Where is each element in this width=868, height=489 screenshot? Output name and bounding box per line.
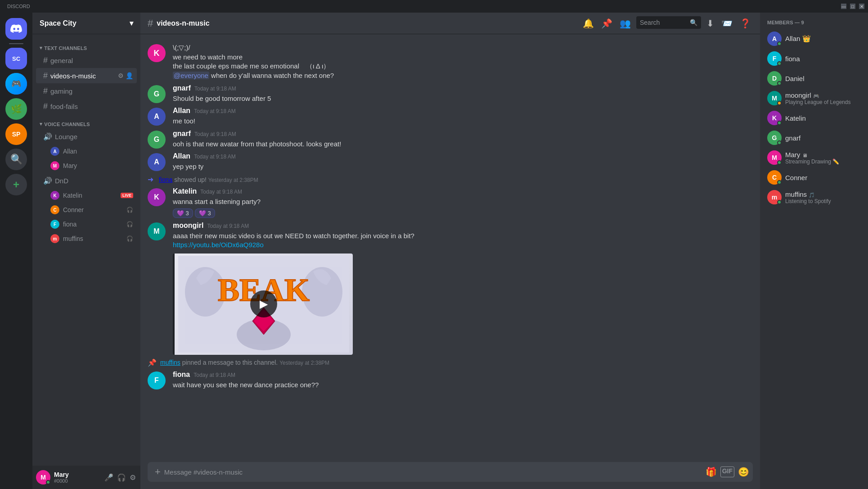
message-author-fiona: fiona: [173, 371, 190, 379]
avatar-gnarf-2: G: [148, 131, 166, 149]
attach-button[interactable]: +: [155, 466, 161, 478]
chat-header: # videos-n-music 🔔 📌 👥 🔍 ⬇ 📨 ❓: [140, 13, 760, 34]
reaction-heart-2[interactable]: 💜 3: [195, 208, 215, 218]
message-author-gnarf-2: gnarf: [173, 130, 191, 138]
member-item-moongirl[interactable]: M moongirl 🎮 Playing League of Legends: [764, 88, 864, 108]
member-item-conner[interactable]: C Conner: [764, 168, 864, 187]
reaction-heart-1[interactable]: 💜 3: [173, 208, 193, 218]
channel-sidebar: Space City ▾ ▾ TEXT CHANNELS # general #…: [32, 13, 140, 489]
server-name: Space City: [40, 19, 76, 27]
voice-member-fiona[interactable]: F fiona 🎧: [36, 217, 137, 231]
youtube-link[interactable]: https://youtu.be/OiDx6aQ928o: [173, 241, 264, 249]
gif-button[interactable]: GIF: [720, 466, 734, 477]
member-info-katelin: Katelin: [785, 114, 861, 122]
message-input[interactable]: [164, 468, 702, 476]
channel-videos-n-music[interactable]: # videos-n-music ⚙ 👤: [36, 68, 137, 83]
voice-channel-lounge[interactable]: 🔊 Lounge: [36, 129, 137, 144]
channel-gaming[interactable]: # gaming: [36, 83, 137, 99]
emoji-button[interactable]: 😊: [738, 466, 749, 477]
current-user-info: Mary #0000: [54, 471, 100, 484]
message-content-prev: \(;▽;)/ we need to watch more the last c…: [173, 43, 753, 81]
message-content-katelin: Katelin Today at 9:18 AM wanna start a l…: [173, 187, 753, 218]
member-item-gnarf[interactable]: G gnarf: [764, 128, 864, 148]
server-icon-4[interactable]: SP: [5, 123, 27, 145]
channel-hash-header: #: [148, 18, 153, 29]
minimize-button[interactable]: —: [841, 4, 846, 9]
voice-channels-header[interactable]: ▾ VOICE CHANNELS: [32, 114, 140, 129]
member-item-mary[interactable]: M Mary 🖥 Streaming Drawing ✏️: [764, 148, 864, 168]
search-box[interactable]: 🔍: [636, 16, 701, 29]
live-badge: LIVE: [121, 193, 133, 198]
server-icon-2[interactable]: 🎮: [5, 73, 27, 95]
fiona-link-system[interactable]: fiona: [159, 176, 172, 183]
message-text-fiona: wait have you see the new dance practice…: [173, 380, 753, 390]
member-item-daniel[interactable]: D Daniel: [764, 68, 864, 88]
channel-food-fails[interactable]: # food-fails: [36, 99, 137, 114]
voice-member-muffins[interactable]: m muffins 🎧: [36, 231, 137, 246]
pinned-action-text: pinned a message to this channel.: [182, 359, 279, 366]
member-avatar-wrap-gnarf: G: [767, 131, 782, 145]
pinned-messages-icon[interactable]: 📌: [599, 16, 614, 31]
message-group-allan-2: A Allan Today at 9:18 AM yep yep ty: [140, 150, 760, 173]
voice-member-conner[interactable]: C Conner 🎧: [36, 203, 137, 217]
voice-member-allan[interactable]: A Allan: [36, 144, 137, 158]
video-embed: BEAK ▶: [173, 254, 353, 355]
server-icon-space-city[interactable]: SC: [5, 48, 27, 69]
voice-channel-dnd[interactable]: 🔊 DnD: [36, 173, 137, 188]
member-status-fiona: [777, 61, 782, 66]
muffins-voice-avatar: m: [50, 234, 59, 243]
add-server-button[interactable]: +: [5, 174, 27, 195]
text-channels-header[interactable]: ▾ TEXT CHANNELS: [32, 38, 140, 53]
gift-icon[interactable]: 🎁: [706, 466, 717, 477]
channel-gaming-name: gaming: [50, 87, 133, 95]
avatar-moongirl: M: [148, 222, 166, 240]
member-list-icon[interactable]: 👥: [618, 16, 633, 31]
notifications-icon[interactable]: 🔔: [581, 16, 596, 31]
channel-general[interactable]: # general: [36, 53, 137, 68]
message-author-moongirl: moongirl: [173, 222, 203, 230]
discord-home-icon[interactable]: [5, 18, 27, 40]
server-icon-3[interactable]: 🌿: [5, 98, 27, 120]
channel-add-member-icon[interactable]: 👤: [126, 72, 133, 79]
speaker-icon-dnd: 🔊: [43, 177, 52, 185]
message-input-area: + 🎁 GIF 😊: [140, 462, 760, 489]
message-header-gnarf-1: gnarf Today at 9:18 AM: [173, 84, 753, 92]
app-name: DISCORD: [4, 4, 30, 9]
maximize-button[interactable]: □: [850, 4, 855, 9]
voice-member-mary[interactable]: M Mary: [36, 158, 137, 173]
message-timestamp-katelin: Today at 9:18 AM: [200, 189, 242, 195]
katelin-voice-name: Katelin: [63, 192, 117, 199]
member-item-allan[interactable]: A Allan 👑: [764, 29, 864, 49]
server-header[interactable]: Space City ▾: [32, 13, 140, 34]
headphones-icon-muffins: 🎧: [126, 235, 133, 242]
channel-settings-icon[interactable]: ⚙: [118, 72, 124, 79]
download-icon[interactable]: ⬇: [705, 16, 716, 31]
deafen-button[interactable]: 🎧: [116, 472, 127, 483]
system-message-fiona-joined: ➜ fiona showed up! Yesterday at 2:38PM: [140, 173, 760, 186]
headphones-icon-fiona: 🎧: [126, 221, 133, 227]
search-input[interactable]: [640, 19, 688, 26]
user-controls: 🎤 🎧 ⚙: [103, 472, 137, 483]
current-user-avatar-wrap: M: [36, 470, 50, 484]
user-settings-button[interactable]: ⚙: [129, 472, 137, 483]
member-item-muffins[interactable]: m muffins 🎵 Listening to Spotify: [764, 187, 864, 207]
mute-button[interactable]: 🎤: [103, 472, 114, 483]
muffins-link-pin[interactable]: muffins: [160, 359, 180, 366]
member-info-gnarf: gnarf: [785, 134, 861, 142]
channel-hash-icon: #: [43, 86, 48, 96]
member-item-fiona[interactable]: F fiona: [764, 49, 864, 68]
member-name-conner: Conner: [785, 174, 861, 181]
help-icon[interactable]: ❓: [738, 16, 753, 31]
video-thumbnail[interactable]: BEAK ▶: [175, 254, 353, 355]
close-button[interactable]: ✕: [859, 4, 864, 9]
message-text-prev: \(;▽;)/ we need to watch more the last c…: [173, 43, 753, 81]
message-text-moongirl: aaaa their new music video is out we NEE…: [173, 231, 753, 250]
avatar-allan-1: A: [148, 108, 166, 126]
voice-member-katelin[interactable]: K Katelin LIVE: [36, 188, 137, 203]
play-button[interactable]: ▶: [250, 290, 277, 317]
message-timestamp-allan-2: Today at 9:18 AM: [194, 154, 236, 160]
member-item-katelin[interactable]: K Katelin: [764, 108, 864, 128]
message-text-gnarf-1: Should be good tomorrow after 5: [173, 94, 753, 104]
inbox-icon[interactable]: 📨: [720, 16, 734, 31]
server-icon-search[interactable]: 🔍: [5, 149, 27, 170]
